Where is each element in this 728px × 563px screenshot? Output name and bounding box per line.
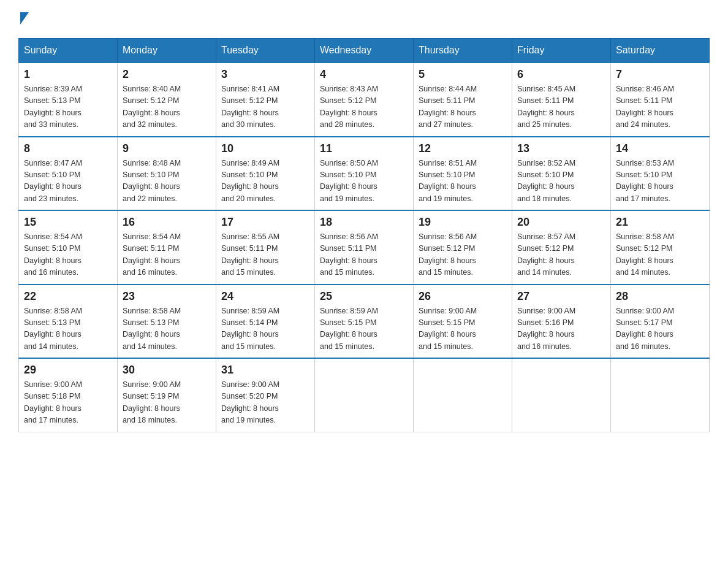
day-info: Sunrise: 8:54 AM Sunset: 5:10 PM Dayligh… [24, 231, 112, 279]
day-number: 3 [221, 68, 309, 81]
day-info: Sunrise: 8:46 AM Sunset: 5:11 PM Dayligh… [616, 83, 704, 131]
day-number: 18 [320, 216, 408, 229]
logo [18, 12, 29, 26]
calendar-day-cell: 13Sunrise: 8:52 AM Sunset: 5:10 PM Dayli… [512, 137, 611, 211]
calendar-day-cell [512, 358, 611, 432]
day-number: 17 [221, 216, 309, 229]
calendar-day-cell: 9Sunrise: 8:48 AM Sunset: 5:10 PM Daylig… [118, 137, 216, 211]
calendar-day-cell: 18Sunrise: 8:56 AM Sunset: 5:11 PM Dayli… [315, 210, 414, 285]
day-info: Sunrise: 8:41 AM Sunset: 5:12 PM Dayligh… [221, 83, 309, 131]
calendar-day-cell: 24Sunrise: 8:59 AM Sunset: 5:14 PM Dayli… [216, 285, 315, 359]
day-info: Sunrise: 8:58 AM Sunset: 5:12 PM Dayligh… [616, 231, 704, 279]
day-number: 24 [221, 290, 309, 303]
calendar-day-cell: 23Sunrise: 8:58 AM Sunset: 5:13 PM Dayli… [118, 285, 216, 359]
calendar-day-cell: 14Sunrise: 8:53 AM Sunset: 5:10 PM Dayli… [611, 137, 710, 211]
day-info: Sunrise: 8:55 AM Sunset: 5:11 PM Dayligh… [221, 231, 309, 279]
day-info: Sunrise: 8:52 AM Sunset: 5:10 PM Dayligh… [517, 158, 605, 205]
day-info: Sunrise: 9:00 AM Sunset: 5:16 PM Dayligh… [517, 305, 605, 353]
logo-triangle-icon [20, 12, 29, 25]
day-info: Sunrise: 8:58 AM Sunset: 5:13 PM Dayligh… [123, 305, 211, 353]
calendar-weekday-saturday: Saturday [611, 39, 710, 63]
day-info: Sunrise: 8:43 AM Sunset: 5:12 PM Dayligh… [320, 83, 408, 131]
calendar-day-cell [414, 358, 512, 432]
calendar-day-cell: 17Sunrise: 8:55 AM Sunset: 5:11 PM Dayli… [216, 210, 315, 285]
day-number: 4 [320, 68, 408, 81]
day-number: 7 [616, 68, 704, 81]
day-info: Sunrise: 8:51 AM Sunset: 5:10 PM Dayligh… [419, 158, 507, 205]
calendar-week-row: 15Sunrise: 8:54 AM Sunset: 5:10 PM Dayli… [19, 210, 710, 285]
day-info: Sunrise: 8:45 AM Sunset: 5:11 PM Dayligh… [517, 83, 605, 131]
calendar-day-cell: 3Sunrise: 8:41 AM Sunset: 5:12 PM Daylig… [216, 63, 315, 137]
calendar-week-row: 29Sunrise: 9:00 AM Sunset: 5:18 PM Dayli… [19, 358, 710, 432]
calendar-day-cell: 26Sunrise: 9:00 AM Sunset: 5:15 PM Dayli… [414, 285, 512, 359]
day-info: Sunrise: 8:53 AM Sunset: 5:10 PM Dayligh… [616, 158, 704, 205]
calendar-day-cell: 11Sunrise: 8:50 AM Sunset: 5:10 PM Dayli… [315, 137, 414, 211]
calendar-day-cell: 27Sunrise: 9:00 AM Sunset: 5:16 PM Dayli… [512, 285, 611, 359]
day-number: 31 [221, 364, 309, 377]
day-info: Sunrise: 8:49 AM Sunset: 5:10 PM Dayligh… [221, 158, 309, 205]
calendar-day-cell: 1Sunrise: 8:39 AM Sunset: 5:13 PM Daylig… [19, 63, 118, 137]
calendar-day-cell: 4Sunrise: 8:43 AM Sunset: 5:12 PM Daylig… [315, 63, 414, 137]
calendar-day-cell: 28Sunrise: 9:00 AM Sunset: 5:17 PM Dayli… [611, 285, 710, 359]
day-number: 8 [24, 142, 112, 155]
calendar-weekday-tuesday: Tuesday [216, 39, 315, 63]
calendar-day-cell: 25Sunrise: 8:59 AM Sunset: 5:15 PM Dayli… [315, 285, 414, 359]
day-number: 22 [24, 290, 112, 303]
calendar-day-cell [315, 358, 414, 432]
day-number: 25 [320, 290, 408, 303]
calendar-weekday-sunday: Sunday [19, 39, 118, 63]
day-number: 1 [24, 68, 112, 81]
day-number: 12 [419, 142, 507, 155]
day-info: Sunrise: 8:47 AM Sunset: 5:10 PM Dayligh… [24, 158, 112, 205]
calendar-day-cell: 30Sunrise: 9:00 AM Sunset: 5:19 PM Dayli… [118, 358, 216, 432]
calendar-day-cell: 21Sunrise: 8:58 AM Sunset: 5:12 PM Dayli… [611, 210, 710, 285]
calendar-day-cell: 8Sunrise: 8:47 AM Sunset: 5:10 PM Daylig… [19, 137, 118, 211]
day-number: 19 [419, 216, 507, 229]
day-number: 6 [517, 68, 605, 81]
day-info: Sunrise: 8:56 AM Sunset: 5:11 PM Dayligh… [320, 231, 408, 279]
calendar-day-cell: 29Sunrise: 9:00 AM Sunset: 5:18 PM Dayli… [19, 358, 118, 432]
calendar-day-cell: 22Sunrise: 8:58 AM Sunset: 5:13 PM Dayli… [19, 285, 118, 359]
day-info: Sunrise: 8:59 AM Sunset: 5:14 PM Dayligh… [221, 305, 309, 353]
day-number: 5 [419, 68, 507, 81]
calendar-week-row: 22Sunrise: 8:58 AM Sunset: 5:13 PM Dayli… [19, 285, 710, 359]
day-info: Sunrise: 8:44 AM Sunset: 5:11 PM Dayligh… [419, 83, 507, 131]
calendar-day-cell: 16Sunrise: 8:54 AM Sunset: 5:11 PM Dayli… [118, 210, 216, 285]
day-info: Sunrise: 9:00 AM Sunset: 5:18 PM Dayligh… [24, 379, 112, 427]
day-info: Sunrise: 9:00 AM Sunset: 5:15 PM Dayligh… [419, 305, 507, 353]
day-number: 11 [320, 142, 408, 155]
day-number: 16 [123, 216, 211, 229]
calendar-week-row: 1Sunrise: 8:39 AM Sunset: 5:13 PM Daylig… [19, 63, 710, 137]
day-number: 27 [517, 290, 605, 303]
calendar-day-cell: 31Sunrise: 9:00 AM Sunset: 5:20 PM Dayli… [216, 358, 315, 432]
calendar-weekday-monday: Monday [118, 39, 216, 63]
page-header [18, 12, 710, 26]
calendar-table: SundayMondayTuesdayWednesdayThursdayFrid… [18, 38, 710, 432]
day-info: Sunrise: 9:00 AM Sunset: 5:19 PM Dayligh… [123, 379, 211, 427]
calendar-day-cell: 15Sunrise: 8:54 AM Sunset: 5:10 PM Dayli… [19, 210, 118, 285]
day-number: 9 [123, 142, 211, 155]
day-info: Sunrise: 8:40 AM Sunset: 5:12 PM Dayligh… [123, 83, 211, 131]
day-number: 30 [123, 364, 211, 377]
day-number: 28 [616, 290, 704, 303]
calendar-header-row: SundayMondayTuesdayWednesdayThursdayFrid… [19, 39, 710, 63]
calendar-day-cell: 6Sunrise: 8:45 AM Sunset: 5:11 PM Daylig… [512, 63, 611, 137]
calendar-day-cell: 10Sunrise: 8:49 AM Sunset: 5:10 PM Dayli… [216, 137, 315, 211]
day-info: Sunrise: 8:58 AM Sunset: 5:13 PM Dayligh… [24, 305, 112, 353]
calendar-day-cell: 19Sunrise: 8:56 AM Sunset: 5:12 PM Dayli… [414, 210, 512, 285]
day-number: 13 [517, 142, 605, 155]
calendar-weekday-wednesday: Wednesday [315, 39, 414, 63]
day-info: Sunrise: 8:57 AM Sunset: 5:12 PM Dayligh… [517, 231, 605, 279]
day-number: 10 [221, 142, 309, 155]
day-number: 20 [517, 216, 605, 229]
day-info: Sunrise: 8:50 AM Sunset: 5:10 PM Dayligh… [320, 158, 408, 205]
day-number: 2 [123, 68, 211, 81]
calendar-day-cell: 2Sunrise: 8:40 AM Sunset: 5:12 PM Daylig… [118, 63, 216, 137]
day-info: Sunrise: 8:56 AM Sunset: 5:12 PM Dayligh… [419, 231, 507, 279]
day-info: Sunrise: 9:00 AM Sunset: 5:17 PM Dayligh… [616, 305, 704, 353]
day-info: Sunrise: 8:54 AM Sunset: 5:11 PM Dayligh… [123, 231, 211, 279]
calendar-weekday-thursday: Thursday [414, 39, 512, 63]
day-number: 29 [24, 364, 112, 377]
day-info: Sunrise: 8:48 AM Sunset: 5:10 PM Dayligh… [123, 158, 211, 205]
day-info: Sunrise: 8:59 AM Sunset: 5:15 PM Dayligh… [320, 305, 408, 353]
